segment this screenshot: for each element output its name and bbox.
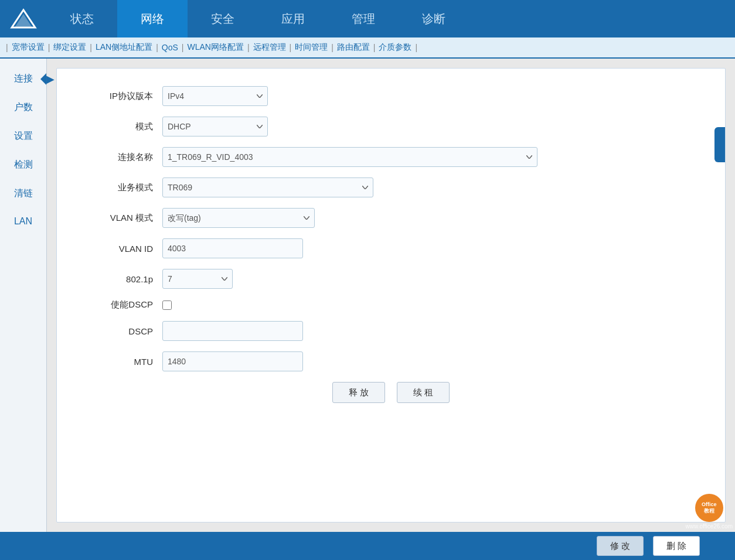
modify-button[interactable]: 修 改 bbox=[597, 536, 644, 556]
dot1p-select[interactable]: 01234567 bbox=[162, 269, 233, 289]
subnav-item-QoS[interactable]: QoS bbox=[158, 43, 182, 52]
watermark-url: www.office26.com bbox=[686, 523, 733, 530]
sidebar-item-清链[interactable]: 清链 bbox=[0, 179, 46, 208]
ip-protocol-label: IP协议版本 bbox=[69, 91, 162, 102]
mtu-row: MTU bbox=[69, 351, 713, 371]
svg-marker-1 bbox=[15, 14, 32, 28]
nav-item-管理[interactable]: 管理 bbox=[328, 0, 399, 37]
ip-protocol-select[interactable]: IPv4IPv6IPv4/IPv6 bbox=[162, 86, 268, 106]
bottom-bar: 修 改 删 除 Office教程 www.office26.com bbox=[0, 532, 735, 560]
dscp-enable-label: 使能DSCP bbox=[69, 299, 162, 310]
nav-item-网络[interactable]: 网络 bbox=[117, 0, 188, 37]
vlan-id-row: VLAN ID bbox=[69, 238, 713, 258]
right-accent bbox=[714, 127, 725, 162]
mtu-input[interactable] bbox=[162, 351, 303, 371]
service-mode-row: 业务模式 TR069INTERNETVOIPOTHER bbox=[69, 177, 713, 197]
sidebar-item-户数[interactable]: 户数 bbox=[0, 93, 46, 122]
action-buttons: 释 放 续 租 bbox=[69, 382, 713, 403]
subnav-item-路由配置[interactable]: 路由配置 bbox=[334, 42, 373, 53]
sub-nav: | 宽带设置 | 绑定设置 | LAN侧地址配置 | QoS | WLAN网络配… bbox=[0, 37, 735, 59]
top-nav: 状态网络安全应用管理诊断 bbox=[0, 0, 735, 37]
service-mode-label: 业务模式 bbox=[69, 182, 162, 193]
subnav-item-远程管理[interactable]: 远程管理 bbox=[250, 42, 290, 53]
nav-item-状态[interactable]: 状态 bbox=[47, 0, 117, 37]
nav-item-安全[interactable]: 安全 bbox=[188, 0, 258, 37]
connection-name-row: 连接名称 1_TR069_R_VID_40031_INTERNET_R_VID_… bbox=[69, 147, 713, 167]
dscp-enable-row: 使能DSCP bbox=[69, 299, 713, 310]
subnav-item-时间管理[interactable]: 时间管理 bbox=[291, 42, 331, 53]
subnav-item-绑定设置[interactable]: 绑定设置 bbox=[50, 42, 90, 53]
dot1p-label: 802.1p bbox=[69, 274, 162, 284]
vlan-mode-row: VLAN 模式 改写(tag)透传不打标签 bbox=[69, 208, 713, 228]
subnav-item-介质参数[interactable]: 介质参数 bbox=[375, 42, 415, 53]
dscp-enable-checkbox[interactable] bbox=[162, 301, 172, 310]
mode-row: 模式 DHCPPPPoEStatic bbox=[69, 117, 713, 136]
watermark-logo: Office教程 bbox=[695, 494, 723, 522]
connection-name-label: 连接名称 bbox=[69, 152, 162, 163]
sidebar-item-检测[interactable]: 检测 bbox=[0, 151, 46, 179]
sidebar-item-连接[interactable]: 连接▶ bbox=[0, 64, 46, 93]
sidebar-item-设置[interactable]: 设置 bbox=[0, 122, 46, 151]
dscp-row: DSCP bbox=[69, 321, 713, 341]
mtu-label: MTU bbox=[69, 357, 162, 367]
connection-name-select[interactable]: 1_TR069_R_VID_40031_INTERNET_R_VID_1002_… bbox=[162, 147, 537, 167]
subnav-sep-end: | bbox=[415, 43, 417, 52]
vlan-mode-select[interactable]: 改写(tag)透传不打标签 bbox=[162, 208, 315, 228]
service-mode-select[interactable]: TR069INTERNETVOIPOTHER bbox=[162, 177, 373, 197]
dscp-input[interactable] bbox=[162, 321, 303, 341]
dot1p-row: 802.1p 01234567 bbox=[69, 269, 713, 289]
nav-item-诊断[interactable]: 诊断 bbox=[399, 0, 469, 37]
ip-protocol-row: IP协议版本 IPv4IPv6IPv4/IPv6 bbox=[69, 86, 713, 106]
vlan-id-input[interactable] bbox=[162, 238, 303, 258]
nav-item-应用[interactable]: 应用 bbox=[258, 0, 328, 37]
main-layout: 连接▶户数设置检测清链LAN IP协议版本 IPv4IPv6IPv4/IPv6 … bbox=[0, 59, 735, 532]
mode-select[interactable]: DHCPPPPoEStatic bbox=[162, 117, 268, 136]
delete-button[interactable]: 删 除 bbox=[653, 536, 700, 556]
dscp-label: DSCP bbox=[69, 326, 162, 336]
subnav-item-LAN侧地址配置[interactable]: LAN侧地址配置 bbox=[92, 42, 156, 53]
sidebar-item-LAN[interactable]: LAN bbox=[0, 208, 46, 235]
mode-label: 模式 bbox=[69, 121, 162, 132]
logo bbox=[0, 0, 47, 37]
content-area: IP协议版本 IPv4IPv6IPv4/IPv6 模式 DHCPPPPoESta… bbox=[56, 68, 726, 523]
renew-button[interactable]: 续 租 bbox=[397, 382, 450, 403]
release-button[interactable]: 释 放 bbox=[332, 382, 385, 403]
sidebar: 连接▶户数设置检测清链LAN bbox=[0, 59, 47, 532]
vlan-mode-label: VLAN 模式 bbox=[69, 213, 162, 224]
sidebar-arrow: ▶ bbox=[46, 73, 55, 86]
subnav-item-宽带设置[interactable]: 宽带设置 bbox=[8, 42, 48, 53]
vlan-id-label: VLAN ID bbox=[69, 244, 162, 254]
watermark: Office教程 www.office26.com bbox=[686, 494, 733, 530]
subnav-item-WLAN网络配置[interactable]: WLAN网络配置 bbox=[183, 42, 247, 53]
